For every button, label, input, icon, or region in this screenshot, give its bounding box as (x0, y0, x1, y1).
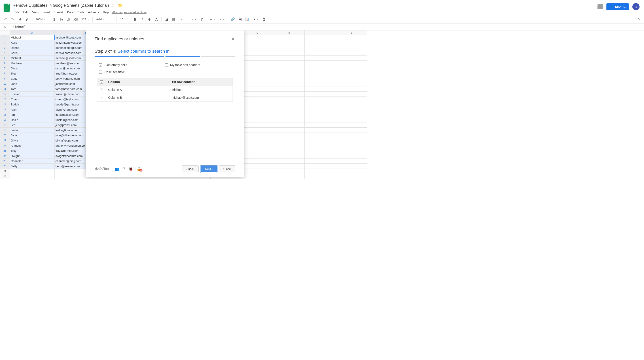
cell-H27[interactable] (273, 169, 304, 174)
cell-J18[interactable] (336, 122, 367, 128)
insert-comment-icon[interactable]: ▣ (237, 16, 243, 22)
cell-H26[interactable] (273, 164, 304, 169)
cell-J6[interactable] (336, 61, 367, 66)
row-checkbox[interactable] (100, 88, 103, 91)
cell-J25[interactable] (336, 158, 367, 164)
cell-G1[interactable] (242, 35, 273, 40)
cell-H25[interactable] (273, 158, 304, 164)
cell-I28[interactable] (304, 174, 336, 179)
close-icon[interactable]: ✕ (231, 36, 235, 42)
row-header-13[interactable]: 13 (0, 97, 10, 102)
cell-H20[interactable] (273, 133, 304, 138)
cell-J4[interactable] (336, 50, 367, 56)
cell-I15[interactable] (304, 107, 336, 112)
fx-icon[interactable]: fx (0, 24, 10, 30)
menu-insert[interactable]: Insert (40, 10, 52, 15)
row-header-16[interactable]: 16 (0, 112, 10, 117)
cell-G4[interactable] (242, 50, 273, 56)
cell-I23[interactable] (304, 148, 336, 153)
cell-G20[interactable] (242, 133, 273, 138)
cell-G27[interactable] (242, 169, 273, 174)
menu-help[interactable]: Help (101, 10, 111, 15)
cell-A3[interactable]: Donna (10, 45, 54, 50)
cell-I14[interactable] (304, 102, 336, 107)
row-header-5[interactable]: 5 (0, 56, 10, 61)
cell-I13[interactable] (304, 97, 336, 102)
next-button[interactable]: Next › (201, 165, 217, 172)
row-header-8[interactable]: 8 (0, 71, 10, 76)
cell-H1[interactable] (273, 35, 304, 40)
cell-I9[interactable] (304, 76, 336, 81)
row-header-15[interactable]: 15 (0, 107, 10, 112)
cell-J20[interactable] (336, 133, 367, 138)
menu-format[interactable]: Format (52, 10, 65, 15)
cell-A21[interactable]: Olivia (10, 138, 54, 143)
cell-G28[interactable] (242, 174, 273, 179)
cell-A23[interactable]: Troy (10, 148, 54, 153)
cell-I2[interactable] (304, 40, 336, 45)
menu-view[interactable]: View (30, 10, 40, 15)
save-status[interactable]: All changes saved in Drive (112, 11, 146, 14)
insert-chart-icon[interactable]: 📊 (244, 16, 250, 22)
star-icon[interactable]: ☆ (112, 3, 115, 8)
cell-H28[interactable] (273, 174, 304, 179)
cell-H3[interactable] (273, 45, 304, 50)
cell-A19[interactable]: Leslie (10, 128, 54, 133)
select-all-checkbox[interactable] (100, 80, 103, 84)
cell-G6[interactable] (242, 61, 273, 66)
font-size-select[interactable]: 10▾ (118, 18, 128, 21)
cell-G19[interactable] (242, 128, 273, 133)
cell-H9[interactable] (273, 76, 304, 81)
cell-G21[interactable] (242, 138, 273, 143)
cell-J3[interactable] (336, 45, 367, 50)
row-header-7[interactable]: 7 (0, 66, 10, 71)
document-title[interactable]: Remove Duplicates in Google Sheets (Zapi… (12, 3, 109, 8)
cell-J16[interactable] (336, 112, 367, 117)
currency-icon[interactable]: $ (51, 16, 57, 22)
cell-J8[interactable] (336, 71, 367, 76)
case-sensitive-checkbox[interactable]: Case sensitive (99, 70, 165, 74)
cell-I1[interactable] (304, 35, 336, 40)
increase-decimal-icon[interactable]: .00 (72, 16, 79, 22)
collapse-toolbar-icon[interactable]: ᐱ (636, 16, 642, 22)
column-header-H[interactable]: H (273, 31, 304, 35)
cell-J15[interactable] (336, 107, 367, 112)
app-icon[interactable] (2, 2, 11, 14)
bold-icon[interactable]: B (132, 16, 138, 22)
cell-H6[interactable] (273, 61, 304, 66)
cell-H16[interactable] (273, 112, 304, 117)
cell-I22[interactable] (304, 143, 336, 148)
cell-H7[interactable] (273, 66, 304, 71)
cell-I5[interactable] (304, 56, 336, 61)
cell-G25[interactable] (242, 158, 273, 164)
cell-J10[interactable] (336, 81, 367, 86)
cell-A25[interactable]: Chandler (10, 158, 54, 164)
cell-I20[interactable] (304, 133, 336, 138)
cell-J5[interactable] (336, 56, 367, 61)
cell-I27[interactable] (304, 169, 336, 174)
menu-file[interactable]: File (12, 10, 21, 15)
cell-A20[interactable]: Jane (10, 133, 54, 138)
share-button[interactable]: 👤 SHARE (606, 3, 629, 10)
cell-G5[interactable] (242, 56, 273, 61)
cell-G22[interactable] (242, 143, 273, 148)
row-header-9[interactable]: 9 (0, 76, 10, 81)
row-header-4[interactable]: 4 (0, 50, 10, 56)
cell-G18[interactable] (242, 122, 273, 128)
cell-H5[interactable] (273, 56, 304, 61)
merge-cells-icon[interactable]: ⇲▾ (178, 18, 186, 21)
cell-A17[interactable]: Uncle (10, 117, 54, 122)
trial-icon[interactable]: 🔓30 (137, 167, 141, 171)
cell-J12[interactable] (336, 92, 367, 97)
cell-H11[interactable] (273, 86, 304, 92)
column-header-A[interactable]: A (10, 31, 54, 35)
cell-H22[interactable] (273, 143, 304, 148)
menu-edit[interactable]: Edit (21, 10, 30, 15)
cell-G12[interactable] (242, 92, 273, 97)
row-header-3[interactable]: 3 (0, 45, 10, 50)
cell-G9[interactable] (242, 76, 273, 81)
cell-I4[interactable] (304, 50, 336, 56)
row-header-22[interactable]: 22 (0, 143, 10, 148)
cell-H18[interactable] (273, 122, 304, 128)
cell-H10[interactable] (273, 81, 304, 86)
